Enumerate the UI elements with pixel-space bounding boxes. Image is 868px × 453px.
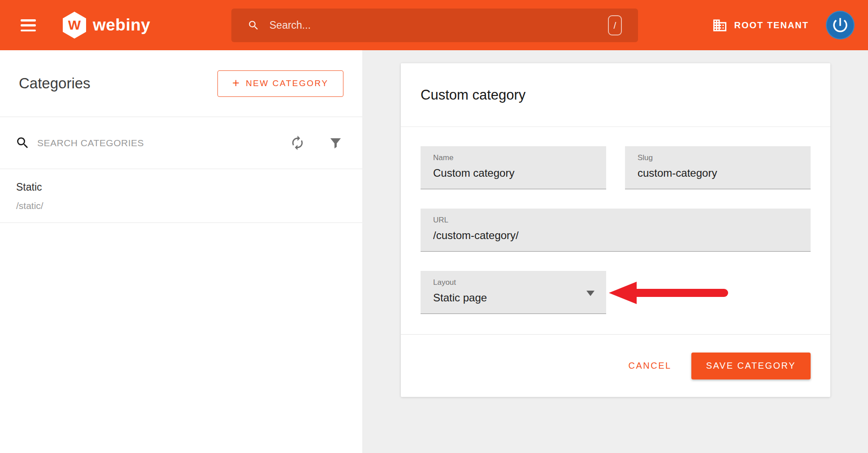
webiny-logo[interactable]: W webiny <box>63 0 150 50</box>
main-content: Categories + NEW CATEGORY <box>0 50 868 453</box>
webiny-logo-letter: W <box>68 17 81 33</box>
slug-field-label: Slug <box>638 153 798 162</box>
global-search-bar[interactable]: / <box>231 9 638 42</box>
url-field-label: URL <box>433 216 798 225</box>
details-panel: Custom category Name Slug URL <box>362 50 868 453</box>
url-input[interactable] <box>433 229 798 242</box>
top-bar-right: ROOT TENANT <box>712 0 855 50</box>
user-avatar[interactable] <box>826 11 855 39</box>
new-category-button[interactable]: + NEW CATEGORY <box>217 70 343 97</box>
url-field: URL <box>421 209 811 252</box>
name-input[interactable] <box>433 167 594 179</box>
webiny-hexagon-icon: W <box>63 12 86 39</box>
category-list-item[interactable]: Static /static/ <box>0 169 362 223</box>
tenant-selector[interactable]: ROOT TENANT <box>712 17 809 33</box>
page-title: Categories <box>19 75 91 92</box>
form-title: Custom category <box>421 87 525 103</box>
search-icon <box>15 135 30 150</box>
search-icon <box>247 19 260 31</box>
refresh-icon <box>290 135 305 151</box>
categories-search-bar <box>0 117 362 169</box>
categories-search-input[interactable] <box>37 138 290 148</box>
layout-select[interactable]: Layout <box>421 271 606 314</box>
name-field-label: Name <box>433 153 594 162</box>
category-name: Static <box>16 181 346 193</box>
tenant-label: ROOT TENANT <box>734 20 809 30</box>
layout-value[interactable] <box>433 292 594 304</box>
form-body: Name Slug URL Layout <box>401 127 830 314</box>
slug-input[interactable] <box>638 167 798 179</box>
top-bar: W webiny / ROOT TENANT <box>0 0 868 50</box>
categories-panel: Categories + NEW CATEGORY <box>0 50 362 453</box>
plus-icon: + <box>232 76 239 90</box>
building-icon <box>712 17 728 33</box>
filter-icon <box>328 135 343 151</box>
categories-panel-header: Categories + NEW CATEGORY <box>0 50 362 117</box>
refresh-button[interactable] <box>290 135 305 151</box>
form-footer: CANCEL SAVE CATEGORY <box>401 334 830 397</box>
search-shortcut-hint: / <box>608 15 622 35</box>
chevron-down-icon <box>586 291 595 296</box>
layout-field-label: Layout <box>433 278 594 287</box>
new-category-button-label: NEW CATEGORY <box>246 78 328 88</box>
filter-button[interactable] <box>328 135 343 151</box>
menu-icon[interactable] <box>21 19 36 31</box>
form-card-header: Custom category <box>401 63 830 127</box>
category-url: /static/ <box>16 200 346 211</box>
slug-field: Slug <box>625 146 811 189</box>
brand-wordmark: webiny <box>93 16 150 35</box>
save-category-button[interactable]: SAVE CATEGORY <box>691 353 811 379</box>
cancel-button[interactable]: CANCEL <box>622 356 678 375</box>
category-form-card: Custom category Name Slug URL <box>401 63 830 397</box>
global-search-input[interactable] <box>269 19 608 31</box>
power-icon <box>831 16 850 35</box>
name-field: Name <box>421 146 606 189</box>
